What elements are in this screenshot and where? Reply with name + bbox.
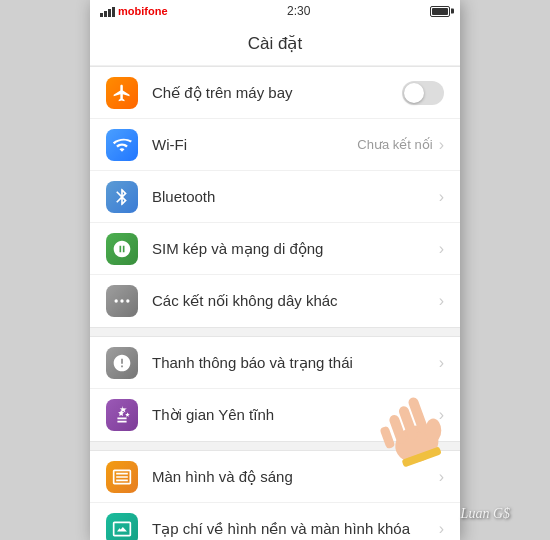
wifi-status: Chưa kết nối bbox=[357, 137, 432, 152]
airplane-icon bbox=[106, 77, 138, 109]
screen-brightness-label: Màn hình và độ sáng bbox=[152, 468, 439, 486]
notifications-group: Thanh thông báo và trạng thái › Thời gia… bbox=[90, 336, 460, 442]
section-display: Màn hình và độ sáng › Tạp chí về hình nề… bbox=[90, 450, 460, 540]
display-group: Màn hình và độ sáng › Tạp chí về hình nề… bbox=[90, 450, 460, 540]
notifications-icon bbox=[106, 347, 138, 379]
notifications-label: Thanh thông báo và trạng thái bbox=[152, 354, 439, 372]
wallpaper-chevron: › bbox=[439, 520, 444, 538]
more-connections-label: Các kết nối không dây khác bbox=[152, 292, 439, 310]
watermark: Luan G$ bbox=[461, 506, 510, 522]
settings-content: Chế độ trên máy bay Wi-Fi Ch bbox=[90, 66, 460, 540]
status-bar: mobifone 2:30 bbox=[90, 0, 460, 22]
bluetooth-chevron: › bbox=[439, 188, 444, 206]
screen-icon bbox=[106, 461, 138, 493]
screen-brightness-item[interactable]: Màn hình và độ sáng › bbox=[90, 451, 460, 503]
sim-label: SIM kép và mạng di động bbox=[152, 240, 439, 258]
svg-point-1 bbox=[120, 299, 123, 302]
wallpaper-item[interactable]: Tạp chí về hình nền và màn hình khóa › bbox=[90, 503, 460, 540]
quiet-time-item[interactable]: Thời gian Yên tĩnh › bbox=[90, 389, 460, 441]
sim-chevron: › bbox=[439, 240, 444, 258]
bluetooth-icon bbox=[106, 181, 138, 213]
quiet-time-chevron: › bbox=[439, 406, 444, 424]
airplane-label: Chế độ trên máy bay bbox=[152, 84, 402, 102]
notifications-item[interactable]: Thanh thông báo và trạng thái › bbox=[90, 337, 460, 389]
svg-point-0 bbox=[115, 299, 118, 302]
carrier-name: mobifone bbox=[118, 5, 168, 17]
more-connections-chevron: › bbox=[439, 292, 444, 310]
more-connections-icon bbox=[106, 285, 138, 317]
sim-item[interactable]: SIM kép và mạng di động › bbox=[90, 223, 460, 275]
section-notifications: Thanh thông báo và trạng thái › Thời gia… bbox=[90, 336, 460, 442]
sim-icon bbox=[106, 233, 138, 265]
page-title: Cài đặt bbox=[248, 33, 302, 54]
wifi-item[interactable]: Wi-Fi Chưa kết nối › bbox=[90, 119, 460, 171]
wifi-chevron: › bbox=[439, 136, 444, 154]
quiet-time-icon bbox=[106, 399, 138, 431]
airplane-toggle[interactable] bbox=[402, 81, 444, 105]
screen-brightness-chevron: › bbox=[439, 468, 444, 486]
airplane-mode-item[interactable]: Chế độ trên máy bay bbox=[90, 67, 460, 119]
section-connectivity: Chế độ trên máy bay Wi-Fi Ch bbox=[90, 66, 460, 328]
title-bar: Cài đặt bbox=[90, 22, 460, 66]
wallpaper-label: Tạp chí về hình nền và màn hình khóa bbox=[152, 520, 439, 538]
phone-frame: mobifone 2:30 Cài đặt bbox=[90, 0, 460, 540]
wallpaper-icon bbox=[106, 513, 138, 541]
svg-point-2 bbox=[126, 299, 129, 302]
bluetooth-label: Bluetooth bbox=[152, 188, 439, 205]
more-connections-item[interactable]: Các kết nối không dây khác › bbox=[90, 275, 460, 327]
wifi-icon bbox=[106, 129, 138, 161]
notifications-chevron: › bbox=[439, 354, 444, 372]
bluetooth-item[interactable]: Bluetooth › bbox=[90, 171, 460, 223]
quiet-time-label: Thời gian Yên tĩnh bbox=[152, 406, 439, 424]
signal-icon bbox=[100, 5, 115, 17]
battery-icon bbox=[430, 6, 450, 17]
connectivity-group: Chế độ trên máy bay Wi-Fi Ch bbox=[90, 66, 460, 328]
wifi-label: Wi-Fi bbox=[152, 136, 357, 153]
time-display: 2:30 bbox=[287, 4, 310, 18]
